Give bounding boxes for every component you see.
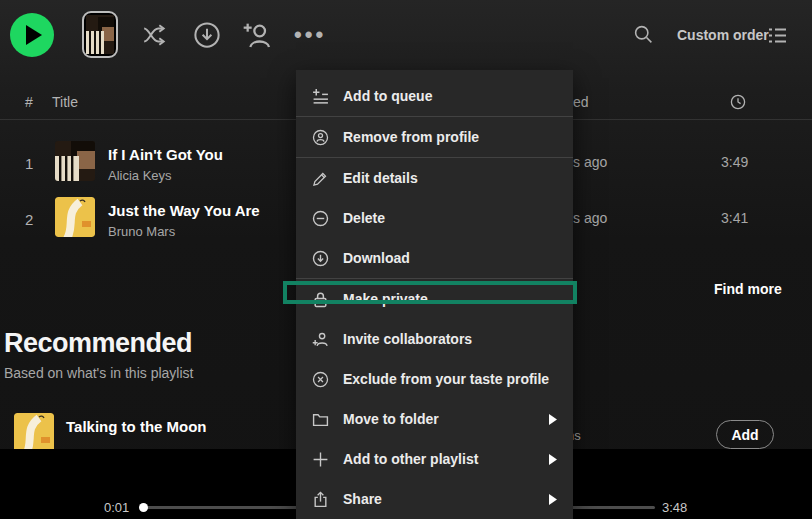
lock-icon [312,291,330,308]
user-plus-icon [312,331,330,348]
track-duration: 3:41 [721,210,748,226]
column-header-index[interactable]: # [25,94,33,110]
recommended-track-title[interactable]: Talking to the Moon [66,418,207,435]
playlist-page: ••• Custom order # Title ed 1 [0,0,812,519]
menu-item-label: Add to queue [343,88,432,104]
menu-item-add-to-other-playlist[interactable]: Add to other playlist [296,439,573,479]
add-collaborator-icon[interactable] [240,19,274,51]
menu-item-invite-collaborators[interactable]: Invite collaborators [296,319,573,359]
find-more-link[interactable]: Find more [714,281,782,297]
track-artist[interactable]: Alicia Keys [108,168,172,183]
add-to-queue-icon [312,88,330,105]
menu-item-label: Share [343,491,382,507]
elapsed-time: 0:01 [104,500,129,515]
plus-icon [312,451,330,468]
track-index: 1 [25,155,33,172]
minus-circle-icon [312,210,330,227]
track-title[interactable]: Just the Way You Are [108,202,260,219]
menu-item-edit-details[interactable]: Edit details [296,158,573,198]
submenu-arrow-icon [549,414,557,425]
recommended-subtitle: Based on what's in this playlist [4,365,193,381]
share-icon [312,491,330,508]
menu-item-remove-from-profile[interactable]: Remove from profile [296,117,573,157]
menu-item-label: Move to folder [343,411,439,427]
pencil-icon [312,170,330,187]
track-date-added-partial: s ago [573,210,607,226]
play-icon [26,25,42,45]
track-index: 2 [25,211,33,228]
download-circle-icon [312,250,330,267]
column-header-title[interactable]: Title [52,94,78,110]
progress-handle[interactable] [139,503,148,512]
menu-item-add-to-queue[interactable]: Add to queue [296,76,573,116]
menu-item-exclude-taste-profile[interactable]: Exclude from your taste profile [296,359,573,399]
track-artist[interactable]: Bruno Mars [108,224,175,239]
menu-item-label: Invite collaborators [343,331,472,347]
menu-item-move-to-folder[interactable]: Move to folder [296,399,573,439]
search-icon[interactable] [633,24,654,45]
menu-item-label: Delete [343,210,385,226]
shuffle-icon[interactable] [138,22,172,48]
submenu-arrow-icon [549,454,557,465]
album-art-piano [86,15,114,54]
album-art-piano [55,141,95,181]
add-button[interactable]: Add [716,420,774,449]
track-date-added-partial: s ago [573,154,607,170]
menu-item-delete[interactable]: Delete [296,198,573,238]
submenu-arrow-icon [549,494,557,505]
playlist-cover-thumbnail[interactable] [82,11,118,58]
menu-item-label: Download [343,250,410,266]
menu-item-label: Add to other playlist [343,451,478,467]
recommended-heading: Recommended [4,328,192,359]
folder-icon [312,411,330,428]
more-options-button[interactable]: ••• [294,22,326,48]
sort-order-label[interactable]: Custom order [677,27,769,43]
x-circle-icon [312,371,330,388]
menu-item-make-private[interactable]: Make private [296,279,573,319]
album-art-yellow [14,413,54,453]
menu-item-label: Edit details [343,170,418,186]
menu-item-label: Exclude from your taste profile [343,371,549,387]
context-menu: Add to queue Remove from profile Edit de… [296,70,573,519]
menu-item-share[interactable]: Share [296,479,573,519]
column-header-date-added-partial: ed [573,94,589,110]
menu-item-label: Make private [343,291,428,307]
album-art-yellow [55,197,95,237]
clock-icon[interactable] [730,94,746,110]
menu-item-download[interactable]: Download [296,238,573,278]
track-duration: 3:49 [721,154,748,170]
download-icon[interactable] [192,20,222,50]
play-button[interactable] [10,13,54,57]
total-duration: 3:48 [662,500,687,515]
track-title[interactable]: If I Ain't Got You [108,146,223,163]
menu-item-label: Remove from profile [343,129,479,145]
user-circle-icon [312,129,330,146]
list-view-icon[interactable] [768,27,787,44]
